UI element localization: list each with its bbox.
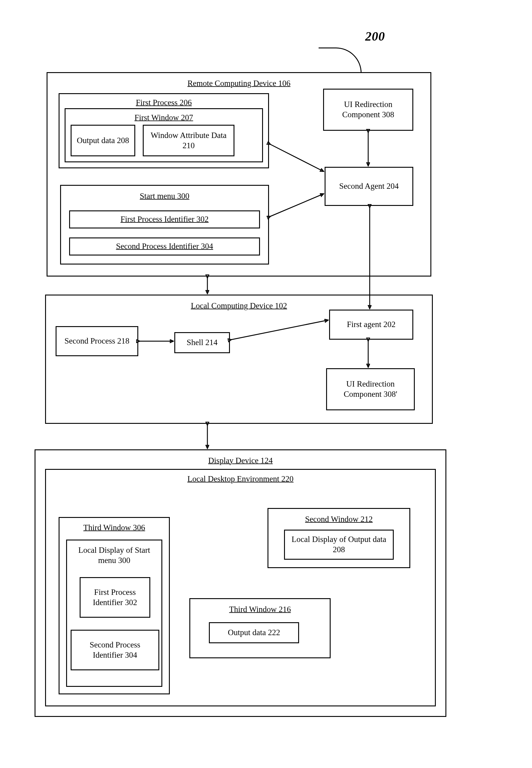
window-attr-210-label: Window Attribute Data 210: [147, 130, 231, 151]
second-proc-id-304-label: Second Process Identifier 304: [116, 241, 213, 252]
figure-root: 200 Remote Computing Device 106 First Pr…: [0, 0, 532, 768]
local-display-output-label: Local Display of Output data 208: [288, 534, 390, 555]
figure-label: 200: [365, 29, 385, 44]
output-data-208-label: Output data 208: [77, 136, 129, 146]
local-desktop-env-title: Local Desktop Environment 220: [184, 472, 296, 486]
third-window-306-title: Third Window 306: [80, 521, 148, 535]
ui-redir-308-box: UI Redirection Component 308: [323, 89, 413, 131]
second-agent-box: Second Agent 204: [325, 167, 413, 206]
second-process-218-box: Second Process 218: [56, 326, 138, 356]
ui-redir-308p-label: UI Redirection Component 308': [330, 379, 411, 399]
second-proc-id-304-inner-box: Second Process Identifier 304: [71, 630, 159, 670]
lead-line-curve: [319, 47, 362, 73]
third-window-216-title: Third Window 216: [226, 603, 294, 617]
window-attr-210-box: Window Attribute Data 210: [143, 125, 234, 156]
first-process-title: First Process 206: [133, 96, 195, 110]
start-menu-title: Start menu 300: [137, 189, 192, 203]
display-device-title: Display Device 124: [205, 454, 276, 468]
second-process-218-label: Second Process 218: [65, 336, 130, 346]
first-proc-id-302-inner-label: First Process Identifier 302: [84, 587, 146, 608]
local-device-title: Local Computing Device 102: [188, 299, 290, 313]
second-agent-label: Second Agent 204: [339, 181, 399, 191]
second-proc-id-304-inner-label: Second Process Identifier 304: [75, 640, 155, 660]
shell-214-box: Shell 214: [174, 332, 230, 353]
first-agent-box: First agent 202: [329, 310, 413, 340]
ui-redir-308p-box: UI Redirection Component 308': [326, 368, 415, 410]
ui-redir-308-label: UI Redirection Component 308: [327, 99, 409, 120]
shell-214-label: Shell 214: [187, 338, 218, 348]
second-proc-id-304-box: Second Process Identifier 304: [69, 237, 260, 255]
second-window-212-title: Second Window 212: [302, 513, 376, 526]
output-data-208-box: Output data 208: [71, 125, 135, 156]
first-agent-label: First agent 202: [347, 320, 396, 330]
local-display-start-label: Local Display of Start menu 300: [70, 543, 158, 568]
first-window-title: First Window 207: [132, 111, 196, 125]
output-data-222-label: Output data 222: [228, 628, 280, 638]
first-proc-id-302-inner-box: First Process Identifier 302: [80, 577, 150, 618]
first-proc-id-302-label: First Process Identifier 302: [121, 214, 209, 225]
local-display-output-box: Local Display of Output data 208: [284, 530, 394, 560]
first-proc-id-302-box: First Process Identifier 302: [69, 210, 260, 228]
remote-device-title: Remote Computing Device 106: [185, 77, 294, 90]
output-data-222-box: Output data 222: [209, 622, 299, 643]
